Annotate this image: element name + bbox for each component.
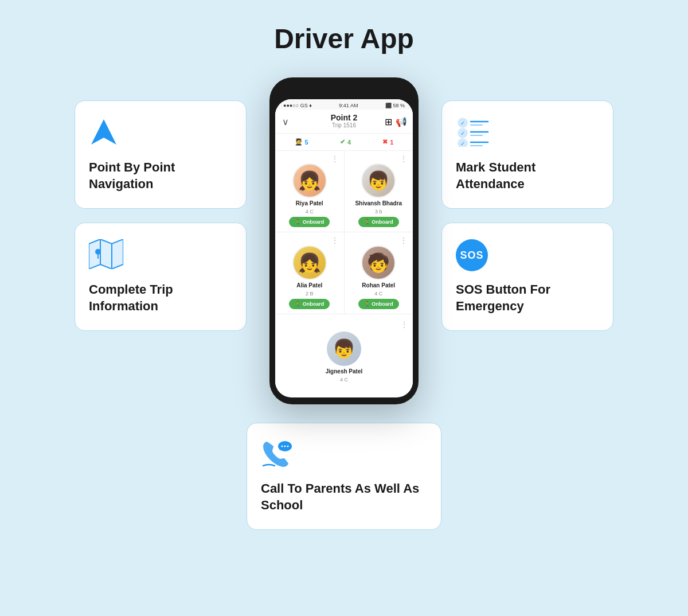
student-icon: 🧑‍🎓 <box>295 138 303 146</box>
onboard-btn-1[interactable]: 🚶 Onboard <box>358 217 399 227</box>
navigation-card-title: Point By Point Navigation <box>89 159 232 192</box>
student-avatar-3: 🧒 <box>361 245 396 280</box>
attendance-icon: ✓ ✓ ✓ <box>456 117 492 147</box>
carrier-label: ●●●○○ GS ♦ <box>283 103 312 108</box>
student-name-3: Rohan Patel <box>362 282 395 288</box>
svg-point-23 <box>287 446 289 447</box>
student-card-4: ⋮ 👦 Jignesh Patel 4 C <box>275 314 413 387</box>
attendance-card-title: Mark Student Attendance <box>456 159 599 192</box>
phone-screen: ●●●○○ GS ♦ 9:41 AM ⬛ 58 % ∨ Point 2 Trip… <box>275 99 413 397</box>
svg-marker-0 <box>91 119 116 145</box>
call-card-title: Call To Parents As Well As School <box>261 481 427 513</box>
header-icons-area: ⊞ 📢 <box>385 116 407 127</box>
trip-info-card: Complete Trip Information <box>75 223 247 331</box>
student-name-0: Riya Patel <box>296 200 323 206</box>
right-feature-cards: ✓ ✓ ✓ Mark Student Attendance <box>441 100 613 331</box>
svg-text:✓: ✓ <box>460 120 465 126</box>
phone-status-bar: ●●●○○ GS ♦ 9:41 AM ⬛ 58 % <box>275 99 413 110</box>
call-card: Call To Parents As Well As School <box>247 423 441 530</box>
student-card-2: ⋮ 👧 Alia Patel 2 B 🚶 Onboard <box>275 232 344 313</box>
dots-menu-3: ⋮ <box>400 238 408 243</box>
sos-icon-area: SOS <box>456 239 488 271</box>
map-icon-area <box>89 239 123 271</box>
check-icon: ✔ <box>340 138 345 146</box>
checked-stat: ✔ 4 <box>340 138 351 146</box>
page-title: Driver App <box>274 23 414 54</box>
sos-card: SOS SOS Button For Emergency <box>441 223 613 331</box>
student-class-0: 4 C <box>306 209 314 215</box>
absent-stat: ✖ 1 <box>382 138 393 146</box>
absent-icon: ✖ <box>382 138 388 146</box>
sos-icon: SOS <box>456 239 488 271</box>
student-name-2: Alia Patel <box>296 282 322 288</box>
phone-mockup: ●●●○○ GS ♦ 9:41 AM ⬛ 58 % ∨ Point 2 Trip… <box>269 77 419 404</box>
absent-count: 1 <box>390 139 393 146</box>
attendance-card: ✓ ✓ ✓ Mark Student Attendance <box>441 100 613 209</box>
total-stat: 🧑‍🎓 5 <box>295 138 308 146</box>
phone-header: ∨ Point 2 Trip 1516 ⊞ 📢 <box>275 110 413 134</box>
student-class-3: 4 C <box>374 291 382 297</box>
student-card-1: ⋮ 👦 Shivansh Bhadra 3 b 🚶 Onboard <box>345 151 413 232</box>
onboard-btn-2[interactable]: 🚶 Onboard <box>289 299 330 309</box>
checked-count: 4 <box>347 139 351 146</box>
call-icon-area <box>261 439 295 471</box>
dots-menu-4: ⋮ <box>400 320 408 329</box>
student-name-4: Jignesh Patel <box>326 368 362 375</box>
notification-icon: 📢 <box>396 116 407 127</box>
student-class-1: 3 b <box>375 209 382 215</box>
navigation-arrow-icon <box>89 117 119 147</box>
navigation-card: Point By Point Navigation <box>75 100 247 209</box>
student-card-3: ⋮ 🧒 Rohan Patel 4 C 🚶 Onboard <box>345 232 413 313</box>
trip-info-card-title: Complete Trip Information <box>89 282 232 314</box>
time-label: 9:41 AM <box>339 103 358 108</box>
bottom-section: Call To Parents As Well As School <box>34 423 654 530</box>
student-card-0: ⋮ 👧 Riya Patel 4 C 🚶 Onboard <box>275 151 344 232</box>
back-arrow-icon: ∨ <box>282 116 289 127</box>
students-grid: ⋮ 👧 Riya Patel 4 C 🚶 Onboard ⋮ 👦 Shivans… <box>275 151 413 314</box>
svg-text:✓: ✓ <box>460 130 465 137</box>
onboard-btn-0[interactable]: 🚶 Onboard <box>289 217 330 227</box>
svg-text:✓: ✓ <box>460 141 465 147</box>
svg-point-21 <box>282 446 283 447</box>
phone-body: ●●●○○ GS ♦ 9:41 AM ⬛ 58 % ∨ Point 2 Trip… <box>269 77 419 404</box>
student-class-2: 2 B <box>306 291 314 297</box>
student-class-4: 4 C <box>340 377 348 383</box>
student-avatar-1: 👦 <box>361 163 396 198</box>
svg-marker-1 <box>89 239 123 269</box>
student-name-1: Shivansh Bhadra <box>355 200 402 206</box>
svg-point-22 <box>284 446 286 447</box>
sos-label: SOS <box>460 249 483 262</box>
attendance-icon-area: ✓ ✓ ✓ <box>456 117 492 149</box>
student-avatar-2: 👧 <box>292 245 327 280</box>
dots-menu-2: ⋮ <box>331 238 339 243</box>
dots-menu: ⋮ <box>331 157 339 161</box>
sos-card-title: SOS Button For Emergency <box>456 282 599 314</box>
student-avatar-0: 👧 <box>292 163 327 198</box>
phone-notch <box>321 84 367 97</box>
student-avatar-4: 👦 <box>327 332 361 366</box>
battery-label: ⬛ 58 % <box>385 103 405 108</box>
qr-icon: ⊞ <box>385 116 392 127</box>
onboard-btn-3[interactable]: 🚶 Onboard <box>358 299 399 309</box>
left-feature-cards: Point By Point Navigation Complete Trip … <box>75 100 247 331</box>
dots-menu-1: ⋮ <box>400 157 408 161</box>
stats-bar: 🧑‍🎓 5 ✔ 4 ✖ 1 <box>275 134 413 151</box>
phone-call-icon <box>261 439 295 469</box>
navigation-icon-area <box>89 117 119 149</box>
total-count: 5 <box>305 139 308 146</box>
map-icon <box>89 239 123 269</box>
svg-point-5 <box>95 249 101 255</box>
